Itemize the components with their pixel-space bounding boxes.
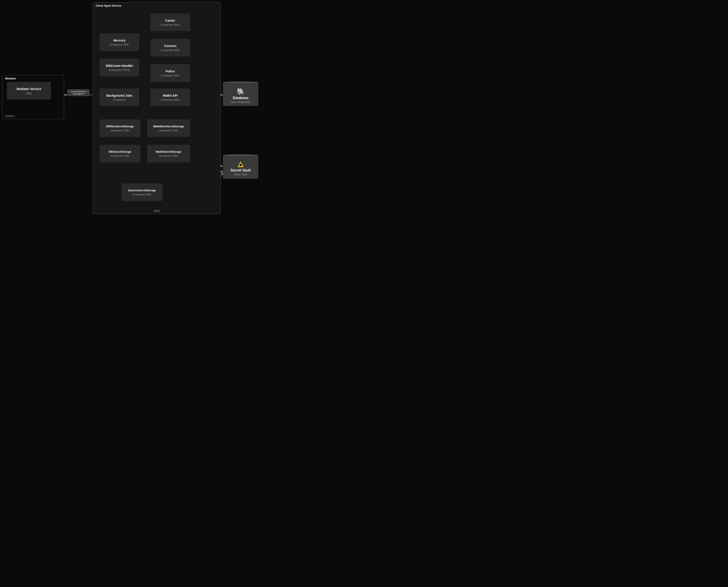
secret-vault-cylinder: Secret Vault [Store: Vault] <box>223 155 258 179</box>
did-non-secret-storage-box: DIDNonSecretStorage [Component: SDK] <box>99 119 140 137</box>
didcomm-handler-title: DIDComm Handler <box>106 64 133 68</box>
wallet-api-title: Wallet API <box>163 94 178 97</box>
connect-subtitle: [Component: SDK] <box>161 49 179 51</box>
secret-vault-title: Secret Vault <box>230 168 251 172</box>
mercury-title: Mercury <box>113 39 126 42</box>
did-secret-storage-subtitle: [Component: SDK] <box>111 155 129 157</box>
database-title: Database <box>233 96 248 100</box>
connect-title: Connect <box>164 44 176 48</box>
diagram-container: Mediator Mediator Service [App] [System]… <box>0 0 274 221</box>
did-non-secret-storage-title: DIDNonSecretStorage <box>106 125 134 128</box>
pollux-box: Pollux [Component: SDK] <box>150 64 190 82</box>
database-subtitle: [Store: PostgreSQL] <box>231 101 251 103</box>
castor-box: Castor [Component: SDK] <box>150 14 190 31</box>
background-jobs-subtitle: [Component] <box>113 99 126 101</box>
wallet-non-secret-storage-title: WalletNonSecretStorage <box>153 125 184 128</box>
mediator-system-label: Mediator <box>5 77 16 80</box>
database-icon: 🐘 <box>237 88 245 95</box>
background-jobs-title: Background Jobs <box>107 94 133 97</box>
did-secret-storage-title: DIDSecretStorage <box>109 150 131 154</box>
pollux-subtitle: [Component: SDK] <box>161 74 179 77</box>
cloud-agent-label: Cloud Agent Service <box>96 4 121 7</box>
pollux-title: Pollux <box>165 70 175 73</box>
wallet-api-box: Wallet API [Component: SDK] <box>150 89 190 106</box>
database-cylinder: 🐘 Database [Store: PostgreSQL] <box>223 81 258 106</box>
didcomm-arrow-text: Sends DIDComm messages to <box>71 91 86 95</box>
did-non-secret-storage-subtitle: [Component: SDK] <box>111 129 129 132</box>
generic-secret-storage-title: GenericSecretStorage <box>128 189 156 192</box>
castor-title: Castor <box>165 19 175 22</box>
wallet-secret-storage-box: WalletSecretStorage [Component: SDK] <box>147 145 190 162</box>
didcomm-handler-box: DIDComm Handler [Component: HTTPS] <box>99 59 139 76</box>
cloud-agent-sublabel: [App] <box>154 209 160 212</box>
didcomm-handler-subtitle: [Component: HTTPS] <box>109 69 130 71</box>
didcomm-arrow-label: Sends DIDComm messages to <box>67 89 89 96</box>
wallet-secret-storage-subtitle: [Component: SDK] <box>159 155 178 157</box>
mercury-box: Mercury [Component: SDK] <box>99 33 139 51</box>
mediator-service-subtitle: [App] <box>26 92 31 94</box>
secret-vault-body: Secret Vault [Store: Vault] <box>223 155 258 179</box>
wallet-secret-storage-title: WalletSecretStorage <box>156 150 181 154</box>
mediator-service-title: Mediator Service <box>17 87 41 91</box>
generic-secret-storage-subtitle: [Component: SDK] <box>133 193 151 196</box>
wallet-api-subtitle: [Component: SDK] <box>161 99 179 101</box>
database-body: 🐘 Database [Store: PostgreSQL] <box>223 81 258 106</box>
connect-box: Connect [Component: SDK] <box>150 39 190 56</box>
wallet-non-secret-storage-subtitle: [Component: SDK] <box>159 129 178 132</box>
secret-vault-subtitle: [Store: Vault] <box>234 173 247 175</box>
mediator-system-sublabel: [System] <box>5 115 15 117</box>
mercury-subtitle: [Component: SDK] <box>110 44 129 46</box>
cloud-agent-container: Cloud Agent Service Mercury [Component: … <box>93 2 221 214</box>
castor-subtitle: [Component: SDK] <box>161 24 179 26</box>
did-secret-storage-box: DIDSecretStorage [Component: SDK] <box>99 145 140 162</box>
mediator-service-box: Mediator Service [App] <box>7 82 51 99</box>
vault-icon <box>237 161 244 167</box>
wallet-non-secret-storage-box: WalletNonSecretStorage [Component: SDK] <box>147 119 190 137</box>
mediator-system-container: Mediator Mediator Service [App] [System] <box>2 75 64 119</box>
generic-secret-storage-box: GenericSecretStorage [Component: SDK] <box>122 183 162 201</box>
background-jobs-box: Background Jobs [Component] <box>99 89 139 106</box>
